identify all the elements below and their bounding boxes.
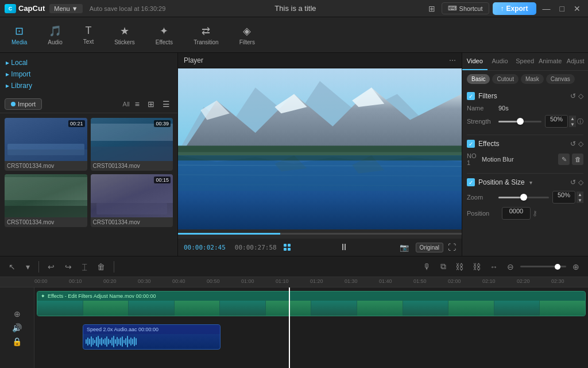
strength-slider[interactable] [498, 117, 541, 125]
zoom-slider[interactable] [498, 193, 549, 201]
effects-edit-button[interactable]: ✎ [558, 154, 570, 165]
local-tab[interactable]: ▸ Local [3, 57, 174, 68]
lock-button[interactable]: 🔒 [2, 336, 32, 347]
timeline-toolbar: ↖ ▾ ↩ ↪ ⌶ 🗑 🎙 ⧉ ⛓ ⛓ ↔ ⊖ ⊕ [0, 256, 588, 277]
pos-x-value[interactable]: 0000 [502, 207, 531, 220]
effects-checkbox[interactable]: ✓ [467, 140, 475, 148]
spin-up[interactable]: ▲ [569, 116, 576, 121]
toolbar-audio[interactable]: 🎵 Audio [43, 22, 67, 48]
effects-delete-button[interactable]: 🗑 [572, 154, 583, 165]
shortcut-button[interactable]: ⌨ Shortcut [442, 2, 489, 14]
split-button[interactable]: ⌶ [79, 260, 90, 273]
effects-settings-icon[interactable]: ◇ [578, 140, 583, 148]
position-size-section: ✓ Position & Size ▾ ↺ ◇ Zoom [467, 178, 583, 220]
subtab-canvas[interactable]: Canvas [546, 74, 575, 84]
redo-button[interactable]: ↪ [62, 260, 75, 273]
zoom-out-icon[interactable]: ⊖ [504, 260, 517, 273]
filter-name-value: 90s [498, 105, 509, 112]
fullscreen-button[interactable]: ⛶ [448, 243, 456, 252]
close-button[interactable]: ✕ [571, 2, 583, 15]
clip-thumb [540, 301, 585, 316]
filter-strength-row: Strength 50% ▲ ▼ ⓘ [467, 115, 583, 128]
position-settings-icon[interactable]: ◇ [578, 178, 583, 186]
zoom-value[interactable]: 50% [552, 191, 575, 204]
tab-animate[interactable]: Animate [537, 53, 563, 70]
filter-all[interactable]: All [123, 101, 130, 108]
library-tab[interactable]: ▸ Library [3, 80, 174, 91]
timeline-right-tools: 🎙 ⧉ ⛓ ⛓ ↔ ⊖ ⊕ [420, 260, 582, 273]
player-scrubber[interactable] [178, 229, 462, 239]
settings-icon[interactable]: ◇ [578, 92, 583, 100]
top-bar: C CapCut Menu ▼ Auto save local at 16:30… [0, 0, 588, 17]
attach-icon[interactable]: ↔ [487, 260, 501, 273]
unlink-icon[interactable]: ⛓ [470, 260, 483, 273]
zoom-spin-up[interactable]: ▲ [577, 191, 583, 197]
import-button[interactable]: Import [5, 98, 42, 110]
video-clip[interactable]: ✦ Effects - Edit Filters Adjust Name.mov… [37, 291, 586, 316]
list-item[interactable]: CRST001334.mov [5, 174, 87, 227]
audio-track: Speed 2.0x Audio.aac 00:00:00 [34, 321, 588, 354]
minimize-button[interactable]: — [540, 2, 554, 15]
list-item[interactable]: 00:15 CRST001334.mov [91, 174, 173, 227]
toolbar-media[interactable]: ⊡ Media [7, 22, 32, 48]
subtab-basic[interactable]: Basic [467, 74, 490, 84]
clip-thumb [357, 301, 403, 316]
subtab-mask[interactable]: Mask [521, 74, 544, 84]
spin-down[interactable]: ▼ [569, 121, 576, 127]
effects-reset-icon[interactable]: ↺ [570, 140, 576, 148]
audio-clip[interactable]: Speed 2.0x Audio.aac 00:00:00 [83, 324, 220, 350]
player-menu-icon[interactable]: ⋯ [449, 56, 456, 64]
toolbar-transition[interactable]: ⇄ Transition [189, 22, 223, 48]
zoom-label: Zoom [467, 194, 498, 201]
timeline-sidebar: ⊕ 🔊 🔒 [0, 288, 34, 368]
timeline-zoom-slider[interactable] [520, 266, 566, 267]
undo-button[interactable]: ↩ [45, 260, 57, 273]
sort-icon[interactable]: ≡ [132, 98, 142, 110]
player-controls: 00:00:02:45 00:00:27:58 ⏸ 📷 Original ⛶ [178, 239, 462, 256]
grid-view-icon[interactable]: ⊞ [145, 98, 157, 110]
maximize-button[interactable]: □ [557, 2, 567, 15]
subtab-cutout[interactable]: Cutout [492, 74, 518, 84]
timeline-tracks: ✦ Effects - Edit Filters Adjust Name.mov… [34, 288, 588, 368]
strength-value[interactable]: 50% [545, 115, 568, 128]
list-item[interactable]: 00:21 CRST001334.mov [5, 118, 87, 171]
list-view-icon[interactable]: ☰ [160, 98, 173, 110]
original-badge: Original [416, 243, 443, 252]
position-checkbox[interactable]: ✓ [467, 178, 475, 186]
reset-icon[interactable]: ↺ [570, 92, 576, 100]
toolbar-text[interactable]: T Text [79, 22, 98, 47]
tab-video[interactable]: Video [462, 53, 488, 70]
add-track-button[interactable]: ⊕ [2, 308, 32, 320]
import-tab[interactable]: ▸ Import [3, 69, 174, 79]
chevron-down-icon[interactable]: ▾ [23, 260, 33, 273]
position-expand-icon[interactable]: ▾ [529, 179, 532, 186]
grid-icon-button[interactable]: ⊞ [425, 2, 438, 15]
tab-speed[interactable]: Speed [512, 53, 537, 70]
list-item[interactable]: 00:39 CRST001334.mov [91, 118, 173, 171]
zoom-spin-down[interactable]: ▼ [577, 197, 583, 203]
toolbar-filters[interactable]: ◈ Filters [235, 22, 260, 48]
export-button[interactable]: ↑ Export [493, 2, 536, 15]
position-reset-icon[interactable]: ↺ [570, 178, 576, 186]
thumb-filename: CRST001334.mov [91, 217, 173, 227]
zoom-in-icon[interactable]: ⊕ [570, 260, 582, 273]
camera-icon[interactable]: 📷 [397, 242, 411, 253]
filters-section-header: ✓ Filters ↺ ◇ [467, 92, 583, 100]
player-area: Player ⋯ [178, 53, 462, 256]
mute-button[interactable]: 🔊 [2, 322, 32, 334]
toolbar-effects[interactable]: ✦ Effects [151, 22, 177, 48]
cursor-tool[interactable]: ↖ [6, 260, 18, 273]
delete-button[interactable]: 🗑 [94, 260, 108, 273]
media-icon: ⊡ [15, 25, 24, 37]
tab-audio[interactable]: Audio [488, 53, 513, 70]
toolbar-stickers[interactable]: ★ Stickers [110, 22, 140, 48]
play-pause-button[interactable]: ⏸ [337, 241, 351, 254]
link-icon[interactable]: ⛓ [452, 260, 466, 273]
microphone-icon[interactable]: 🎙 [420, 260, 434, 273]
ruler-mark: 02:20 [517, 278, 530, 284]
menu-button[interactable]: Menu ▼ [49, 4, 82, 13]
split-audio-icon[interactable]: ⧉ [438, 260, 449, 273]
filters-checkbox[interactable]: ✓ [467, 92, 475, 100]
clip-thumb [37, 301, 83, 316]
tab-adjust[interactable]: Adjust [563, 53, 588, 70]
